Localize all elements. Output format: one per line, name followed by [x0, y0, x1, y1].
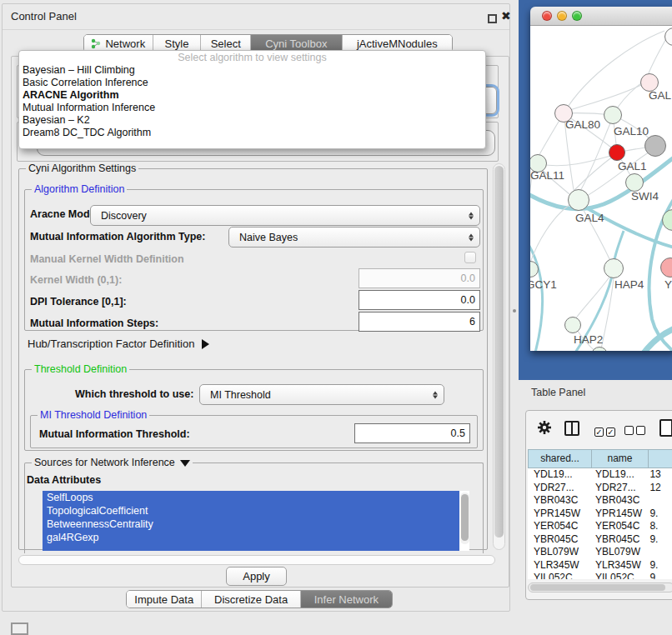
popup-item-mutual-information[interactable]: Mutual Information Inference: [19, 102, 485, 114]
apply-button[interactable]: Apply: [226, 567, 287, 586]
minimize-traffic-icon[interactable]: [557, 11, 567, 21]
node-gal10[interactable]: [604, 106, 622, 124]
node-label-gal4: GAL4: [575, 212, 604, 224]
node-label-gal80: GAL80: [565, 118, 600, 131]
attribute-item-partial[interactable]: [43, 544, 459, 551]
mi-type-label: Mutual Information Algorithm Type:: [30, 231, 205, 242]
document-icon[interactable]: [659, 419, 672, 437]
kernel-width-label: Kernel Width (0,1):: [30, 274, 122, 286]
mi-threshold-field[interactable]: 0.5: [354, 423, 470, 443]
attribute-item-topologicalcoefficient[interactable]: TopologicalCoefficient: [43, 504, 459, 518]
column-header-partial[interactable]: [649, 449, 672, 468]
table-row[interactable]: YDR27...YDR27...12: [528, 482, 672, 495]
screen: Control Panel ✖ Network Style Select Cyn…: [0, 0, 672, 635]
popup-item-aracne[interactable]: ARACNE Algorithm: [19, 89, 485, 102]
tab-select[interactable]: Select: [200, 35, 250, 52]
mi-threshold-group: MI Threshold Definition Mutual Informati…: [30, 415, 478, 448]
node-label-gal11: GAL11: [530, 169, 564, 182]
node-label-swi4: SWI4: [631, 190, 659, 202]
attribute-list-scrollbar[interactable]: [460, 492, 469, 544]
node-hap4[interactable]: [604, 258, 624, 278]
table-row[interactable]: YIL052CYIL052C9.: [528, 572, 672, 579]
manual-kernel-label: Manual Kernel Width Definition: [30, 253, 184, 265]
attribute-item-gal4rgexp[interactable]: gal4RGexp: [43, 531, 459, 544]
settings-vertical-scrollbar[interactable]: [493, 163, 505, 550]
algorithm-definition-group: Algorithm Definition Aracne Mode: Discov…: [24, 189, 484, 331]
manual-kernel-checkbox[interactable]: [464, 252, 476, 263]
combobox-spinner-icon: [433, 391, 438, 398]
network-canvas[interactable]: GAL80 GAL10 GAL GAL1 GAL11 SWI4 GAL4 GCY…: [530, 26, 672, 351]
mi-steps-field[interactable]: 6: [359, 312, 480, 332]
titlebar-divider: [3, 29, 509, 30]
deselect-all-columns-icon[interactable]: [624, 423, 648, 438]
column-header-name[interactable]: name: [592, 449, 649, 468]
cyni-toolbox-panel: Select algorithm to view settings Bayesi…: [11, 56, 509, 588]
table-panel: ✓✓ shared... name YDL19...YDL19...13 YDR…: [525, 410, 672, 600]
table-row[interactable]: YBL079WYBL079W: [528, 546, 672, 559]
float-panel-icon[interactable]: [488, 14, 497, 23]
popup-item-bayesian-hill[interactable]: Bayesian – Hill Climbing: [19, 64, 485, 77]
combobox-spinner-icon: [469, 233, 474, 241]
close-traffic-icon[interactable]: [542, 11, 552, 21]
select-all-columns-icon[interactable]: ✓✓: [594, 423, 618, 438]
zoom-traffic-icon[interactable]: [572, 11, 582, 21]
node-hap2[interactable]: [564, 317, 581, 333]
popup-item-bayesian-k2[interactable]: Bayesian – K2: [19, 114, 485, 127]
tab-impute-data[interactable]: Impute Data: [127, 591, 201, 608]
data-attributes-label: Data Attributes: [27, 474, 101, 486]
table-header-row: shared... name: [528, 449, 672, 468]
popup-item-basic-correlation[interactable]: Basic Correlation Inference: [19, 77, 485, 89]
table-row[interactable]: YBR045CYBR045C9.: [528, 533, 672, 547]
node-label-y-partial: Y: [664, 278, 672, 291]
tab-style[interactable]: Style: [153, 35, 201, 52]
cyni-algorithm-settings-group: Cyni Algorithm Settings Algorithm Defini…: [18, 168, 488, 550]
expander-arrow-icon: [202, 339, 209, 349]
aracne-mode-label: Aracne Mode:: [30, 208, 99, 220]
algorithm-select-popup: Select algorithm to view settings Bayesi…: [18, 50, 486, 149]
table-horizontal-scrollbar[interactable]: [528, 582, 672, 592]
popup-placeholder: Select algorithm to view settings: [19, 51, 485, 64]
column-header-shared-name[interactable]: shared...: [528, 449, 592, 468]
table-row[interactable]: YDL19...YDL19...13: [528, 468, 672, 482]
control-panel-window: Control Panel ✖ Network Style Select Cyn…: [2, 3, 510, 612]
hub-definition-expander[interactable]: Hub/Transcription Factor Definition: [28, 338, 209, 350]
node-swi4[interactable]: [625, 173, 644, 192]
sources-group-title[interactable]: Sources for Network Inference: [32, 457, 193, 468]
tab-discretize-data[interactable]: Discretize Data: [201, 591, 299, 608]
node-gray[interactable]: [644, 135, 666, 157]
table-row[interactable]: YBR043CYBR043C: [528, 494, 672, 508]
aracne-mode-combobox[interactable]: Discovery: [90, 205, 480, 226]
settings-horizontal-scrollbar[interactable]: [18, 555, 495, 565]
node-label-gal10: GAL10: [614, 125, 649, 138]
docked-panel-icon[interactable]: [11, 622, 28, 635]
splitter-grip[interactable]: [513, 309, 516, 312]
dpi-tolerance-field[interactable]: 0.0: [359, 290, 480, 310]
table-row[interactable]: YER054CYER054C8.: [528, 520, 672, 533]
node-label-hap2: HAP2: [574, 333, 603, 346]
network-icon: [91, 38, 102, 49]
kernel-width-field[interactable]: 0.0: [359, 268, 480, 288]
scrollbar-thumb[interactable]: [494, 166, 504, 538]
scrollbar-thumb[interactable]: [530, 584, 665, 591]
close-icon[interactable]: ✖: [501, 9, 511, 22]
tab-network[interactable]: Network: [84, 35, 153, 52]
settings-gear-icon[interactable]: [536, 419, 553, 439]
attribute-item-betweennesscentrality[interactable]: BetweennessCentrality: [43, 518, 459, 531]
tab-jactivemnodules[interactable]: jActiveMNodules: [342, 35, 452, 52]
popup-item-dream8[interactable]: Dream8 DC_TDC Algorithm: [19, 127, 485, 139]
which-threshold-combobox[interactable]: MI Threshold: [199, 384, 444, 405]
node-gal4[interactable]: [568, 189, 589, 211]
attribute-item-selfloops[interactable]: SelfLoops: [43, 491, 459, 504]
table-row[interactable]: YPR145WYPR145W9.: [528, 508, 672, 521]
table-row[interactable]: YLR345WYLR345W9.: [528, 559, 672, 572]
split-columns-icon[interactable]: [564, 421, 579, 436]
mi-steps-label: Mutual Information Steps:: [30, 318, 158, 329]
network-window-titlebar[interactable]: [530, 7, 672, 26]
tab-infer-network[interactable]: Infer Network: [300, 591, 392, 608]
tab-cyni-toolbox[interactable]: Cyni Toolbox: [250, 35, 342, 52]
mi-type-combobox[interactable]: Naive Bayes: [228, 227, 480, 248]
mi-threshold-label: Mutual Information Threshold:: [39, 428, 190, 440]
network-window: GAL80 GAL10 GAL GAL1 GAL11 SWI4 GAL4 GCY…: [530, 7, 672, 351]
table-body: YDL19...YDL19...13 YDR27...YDR27...12 YB…: [528, 468, 672, 579]
node-gal1-selected[interactable]: [609, 144, 625, 161]
